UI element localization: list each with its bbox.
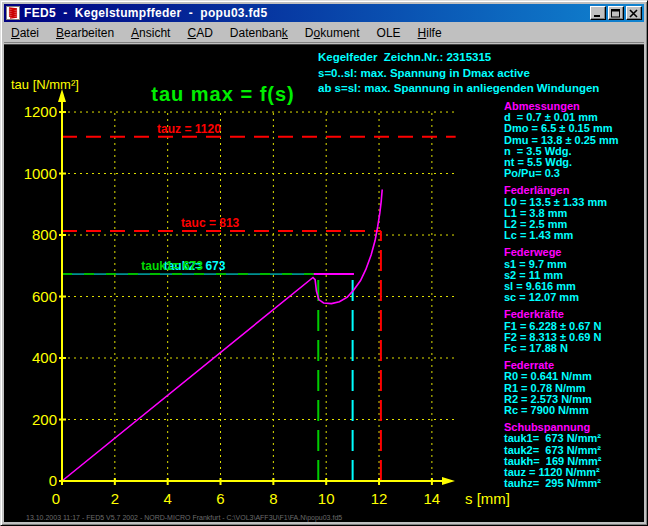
panel-value: R0 = 0.641 N/mm [504, 371, 646, 382]
drawing-info: Kegelfeder Zeichn.Nr.: 2315315s=0..sl: m… [318, 50, 648, 97]
section-title: Federkräfte [504, 309, 646, 320]
app-window: FED5 - Kegelstumpffeder - popu03.fd5 Dat… [0, 0, 648, 526]
panel-section: FederkräfteF1 = 6.228 ± 0.67 NF2 = 8.313… [504, 309, 646, 354]
app-icon [6, 6, 20, 20]
minimize-icon [593, 9, 603, 18]
menu-item-datei[interactable]: Datei [11, 26, 39, 40]
titlebar[interactable]: FED5 - Kegelstumpffeder - popu03.fd5 [4, 4, 644, 22]
menu-item-hilfe[interactable]: Hilfe [418, 26, 442, 40]
panel-value: sc = 12.07 mm [504, 292, 646, 303]
section-title: Federlängen [504, 185, 646, 196]
section-title: Federwege [504, 247, 646, 258]
menubar: DateiBearbeitenAnsichtCADDatenbankDokume… [4, 23, 644, 43]
panel-value: tauk1= 673 N/mm² [504, 433, 646, 444]
panel-section: Schubspannungtauk1= 673 N/mm²tauk2= 673 … [504, 422, 646, 489]
close-button[interactable] [626, 6, 642, 20]
menu-item-bearbeiten[interactable]: Bearbeiten [56, 26, 114, 40]
window-title: FED5 - Kegelstumpffeder - popu03.fd5 [24, 6, 590, 20]
spring-icon [7, 7, 19, 19]
panel-value: Po/Pu= 0.3 [504, 168, 646, 179]
panel-section: Federweges1 = 9.7 mms2 = 11 mmsl = 9.616… [504, 247, 646, 303]
panel-value: Fc = 17.88 N [504, 343, 646, 354]
menu-item-ansicht[interactable]: Ansicht [131, 26, 170, 40]
results-panel: Abmessungend = 0.7 ± 0.01 mmDmo = 6.5 ± … [504, 101, 646, 496]
maximize-button[interactable] [608, 6, 624, 20]
panel-value: Dmo = 6.5 ± 0.15 mm [504, 123, 646, 134]
menu-item-cad[interactable]: CAD [187, 26, 212, 40]
menu-item-datenbank[interactable]: Datenbank [230, 26, 288, 40]
panel-section: FederlängenL0 = 13.5 ± 1.33 mmL1 = 3.8 m… [504, 185, 646, 241]
info-line: ab s=sl: max. Spannung in anliegenden Wi… [318, 81, 648, 97]
window-controls [590, 6, 642, 20]
panel-value: Lc = 1.43 mm [504, 230, 646, 241]
panel-section: FederrateR0 = 0.641 N/mmR1 = 0.78 N/mmR2… [504, 360, 646, 416]
maximize-icon [611, 9, 621, 18]
info-line: Kegelfeder Zeichn.Nr.: 2315315 [318, 50, 648, 66]
menu-item-dokument[interactable]: Dokument [305, 26, 360, 40]
panel-value: tauhz= 295 N/mm² [504, 478, 646, 489]
panel-section: Abmessungend = 0.7 ± 0.01 mmDmo = 6.5 ± … [504, 101, 646, 179]
menu-item-ole[interactable]: OLE [377, 26, 401, 40]
close-icon [629, 9, 639, 18]
info-line: s=0..sl: max. Spannung in Dmax active [318, 66, 648, 82]
minimize-button[interactable] [590, 6, 606, 20]
panel-value: Rc = 7900 N/mm [504, 405, 646, 416]
